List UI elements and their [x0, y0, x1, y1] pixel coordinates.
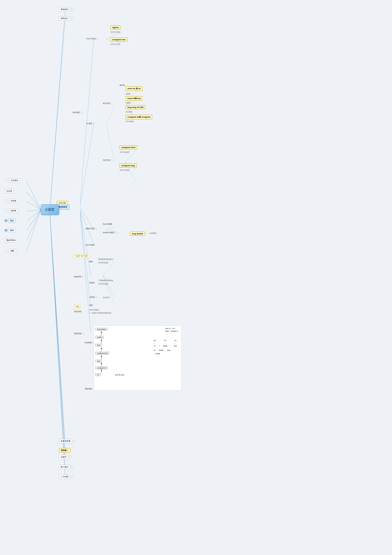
char-minus[interactable]: −	[96, 38, 98, 40]
svg-line-8	[27, 191, 41, 210]
longlongint-box: long long int-C99	[126, 105, 145, 109]
shuzu-desc2: 内存空间连续	[98, 262, 108, 264]
chengxusheji-expand[interactable]: +	[71, 17, 74, 20]
changliang-expand[interactable]: +	[73, 440, 76, 443]
node-youxianji: 优先级！	[59, 448, 71, 453]
wufuhaozifuxing-label: 无符号字符型	[110, 43, 120, 45]
gongyongti-expand[interactable]: +	[5, 199, 8, 202]
svg-line-13	[27, 210, 41, 241]
svg-line-4	[50, 214, 65, 458]
node-gongyongti[interactable]: + 共用体	[5, 199, 18, 203]
yunsuanfu-box: 运算符	[59, 455, 68, 459]
node-shurushuchubu[interactable]: 输入输出 +	[59, 465, 74, 469]
fudianxing-label: 实数浮点型 −	[86, 227, 97, 230]
conv-right-diagram: ch/i ↓ int + f*d ↓ double - (f-i) ↓	[154, 339, 177, 355]
mind-map: C语言 基础知识 + 程序设计 + + 文件操作 位运算 + 共用体	[0, 0, 392, 555]
zhizhen-eye-icon: 👁	[5, 219, 7, 222]
node-jichuzishi[interactable]: 基础知识 +	[59, 7, 74, 12]
node-yunsuanfu[interactable]: 运算符 +	[59, 455, 72, 459]
youxianji-box: 优先级！	[59, 448, 71, 453]
node-sandajiegou[interactable]: 三大结构 +	[59, 475, 74, 479]
unsignedshort-box: unsigned short	[120, 145, 137, 149]
sandajiegou-expand[interactable]: +	[71, 475, 74, 478]
yunsuanfu-expand[interactable]: +	[69, 456, 72, 458]
shurushuchubu-box: 输入输出	[59, 465, 70, 469]
zidong-label: 自动转换 −	[85, 341, 94, 344]
conv-arrows	[94, 326, 181, 390]
svg-line-9	[27, 201, 41, 210]
jibenleixing-label: 基本类型 −	[73, 111, 83, 114]
wufuhaozhengleixing-label: 无符号整型	[126, 120, 134, 123]
qiangzhi-label: 强制转换 −	[85, 387, 94, 390]
leixing-minus[interactable]: −	[82, 333, 84, 335]
gongyong-desc: 内存共用	[103, 296, 109, 299]
wenjian-expand[interactable]: +	[5, 179, 8, 182]
node-hanshu[interactable]: + 函数	[5, 249, 16, 253]
duanzhengleixing-label: 短整型	[126, 93, 130, 95]
changliang-box: 常量和变量	[59, 439, 72, 443]
chengyuan-box: "成员" 或 "元素"	[74, 254, 90, 258]
svg-line-1	[50, 20, 65, 210]
node-weiyunsuan[interactable]: 位运算	[5, 189, 14, 193]
node-wenjian[interactable]: + 文件操作	[5, 178, 20, 183]
zhizhen-note-box: *和&	[74, 305, 81, 308]
svg-line-21	[80, 212, 91, 307]
jiegou-expand[interactable]: +	[5, 209, 8, 212]
meiju-branch: 枚举	[89, 304, 93, 307]
svg-line-6	[50, 214, 65, 478]
node-changliang[interactable]: 常量和变量 +	[59, 439, 76, 443]
node-yuchuli[interactable]: 预处理指令	[5, 238, 18, 242]
jibenleixing2-label: 基本型	[120, 84, 125, 87]
node-jiegou[interactable]: + 结构体	[5, 209, 18, 213]
longlongint-node: long long int-C99	[126, 105, 145, 109]
fudianxing-minus[interactable]: −	[95, 228, 97, 230]
int-minus[interactable]: −	[93, 123, 95, 124]
svg-line-7	[27, 181, 41, 210]
weiyunsuan-box: 位运算	[5, 189, 14, 193]
youfuhao-minus[interactable]: −	[111, 103, 113, 104]
hanshu-box: 函数	[9, 249, 16, 253]
hanshu-expand[interactable]: +	[5, 249, 8, 252]
center-node[interactable]: C语言	[41, 204, 59, 215]
gouzaoleixing-label: 构造类型 −	[74, 276, 84, 278]
longint-node: long int或long	[126, 96, 142, 101]
shuzu-eye-icon: 👁	[5, 229, 7, 232]
signed-node: signed	[110, 25, 120, 29]
connections-svg	[0, 0, 392, 555]
changdouble-label: 长双精度	[150, 232, 156, 234]
svg-line-3	[50, 214, 65, 450]
unsignedint-node: unsigned int或 unsigned	[126, 115, 152, 119]
conv-charshort: ← char 和 short	[113, 374, 124, 376]
sandajiegou-box: 三大结构	[59, 475, 70, 479]
changzhengleixing-label: 长整型	[126, 102, 130, 104]
wenjian-box: 文件操作	[9, 178, 20, 183]
cunchu-desc: − 存储其它变量或对象的地址	[89, 312, 112, 314]
jichuzishi-expand[interactable]: +	[71, 8, 74, 11]
gongyong-minus[interactable]: −	[95, 296, 97, 298]
youfuhao-label: 有符号型 −	[103, 102, 113, 105]
jichuzishi-box: 基础知识	[59, 7, 70, 12]
svg-line-10	[27, 210, 41, 211]
gouzaoleixing-minus[interactable]: −	[82, 276, 84, 278]
conversion-diagram: char ch，int i，float f，double d， long dou…	[94, 326, 181, 391]
yuchuli-box: 预处理指令	[5, 238, 18, 242]
jibenleixing-minus[interactable]: −	[81, 112, 83, 114]
jiegou-desc1: 不同数据类型的集合	[98, 279, 113, 282]
cunchu-minus[interactable]: −	[89, 312, 91, 314]
node-zhizhen[interactable]: 👁 指针	[5, 219, 16, 223]
node-chengxusheji[interactable]: 程序设计 +	[59, 16, 74, 21]
leixingzhuanhuan-label: 类型转换 −	[74, 332, 84, 335]
shortint-node: short int 或 int	[126, 86, 143, 91]
zhizhenleixing-label: 指针类型	[74, 310, 81, 313]
jiegou-box: 结构体	[9, 209, 18, 213]
wufuhaoxing-minus[interactable]: −	[111, 159, 113, 161]
node-shuzu[interactable]: 👁 数组	[5, 228, 15, 233]
double-minus[interactable]: −	[115, 232, 117, 234]
chengxusheji-box: 程序设计	[59, 16, 70, 21]
unsigned-char-node: unsigned char	[110, 37, 128, 42]
svg-line-2	[50, 214, 65, 441]
shurushuchubu-expand[interactable]: +	[71, 466, 74, 468]
svg-line-19	[80, 210, 94, 244]
svg-line-39	[103, 276, 115, 297]
neicun-fixed: 内存空间固定	[89, 309, 99, 311]
